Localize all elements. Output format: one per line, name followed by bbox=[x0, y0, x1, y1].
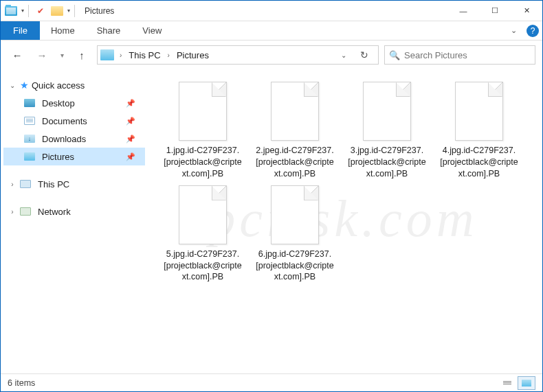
sidebar-item-label: Documents bbox=[42, 116, 87, 126]
file-name: 3.jpg.id-C279F237.[projectblack@criptext… bbox=[347, 145, 427, 180]
forward-icon: → bbox=[37, 49, 47, 61]
sidebar-item-quick-access[interactable]: ⌄ ★ Quick access bbox=[3, 76, 145, 94]
minimize-icon: — bbox=[460, 7, 467, 15]
sidebar-item-pictures[interactable]: Pictures 📌 bbox=[3, 148, 145, 165]
expand-icon[interactable]: › bbox=[8, 208, 17, 216]
file-list[interactable]: pcrisk.com 1.jpg.id-C279F237.[projectbla… bbox=[145, 69, 542, 373]
chevron-down-icon: ▾ bbox=[60, 51, 64, 59]
file-icon bbox=[271, 82, 319, 141]
details-view-icon bbox=[503, 381, 511, 384]
file-name: 5.jpg.id-C279F237.[projectblack@criptext… bbox=[163, 249, 243, 284]
app-menu-dropdown[interactable]: ▾ bbox=[20, 8, 24, 14]
pictures-folder-icon bbox=[5, 6, 17, 16]
search-icon: 🔍 bbox=[389, 50, 400, 60]
maximize-button[interactable]: ☐ bbox=[479, 1, 511, 21]
separator bbox=[74, 5, 75, 17]
up-icon: ↑ bbox=[79, 49, 85, 61]
file-item[interactable]: 1.jpg.id-C279F237.[projectblack@criptext… bbox=[163, 82, 243, 180]
close-button[interactable]: ✕ bbox=[511, 1, 542, 21]
back-icon: ← bbox=[12, 49, 23, 61]
file-item[interactable]: 4.jpg.id-C279F237.[projectblack@criptext… bbox=[439, 82, 519, 180]
sidebar-item-network[interactable]: › Network bbox=[3, 203, 145, 220]
quick-access-toolbar: ▾ ✔ ▾ bbox=[1, 3, 80, 19]
forward-button[interactable]: → bbox=[32, 45, 52, 65]
breadcrumb-chevron-icon[interactable]: › bbox=[117, 51, 124, 59]
tab-label: View bbox=[142, 25, 162, 36]
tab-share[interactable]: Share bbox=[86, 21, 132, 40]
history-dropdown[interactable]: ▾ bbox=[57, 45, 67, 65]
back-button[interactable]: ← bbox=[8, 45, 27, 65]
item-count: 6 items bbox=[8, 378, 35, 388]
file-item[interactable]: 5.jpg.id-C279F237.[projectblack@criptext… bbox=[163, 185, 243, 284]
sidebar-item-label: Pictures bbox=[42, 152, 74, 162]
file-item[interactable]: 6.jpg.id-C279F237.[projectblack@criptext… bbox=[255, 185, 335, 284]
pin-icon: 📌 bbox=[126, 99, 135, 108]
help-icon: ? bbox=[527, 25, 539, 37]
refresh-icon: ↻ bbox=[360, 49, 368, 60]
sidebar-item-desktop[interactable]: Desktop 📌 bbox=[3, 94, 145, 112]
documents-icon bbox=[24, 117, 35, 125]
sidebar-item-label: This PC bbox=[38, 179, 69, 189]
up-button[interactable]: ↑ bbox=[72, 45, 91, 65]
sidebar-item-downloads[interactable]: Downloads 📌 bbox=[3, 130, 145, 148]
expand-icon[interactable]: ⌄ bbox=[8, 82, 17, 89]
app-icon[interactable] bbox=[3, 3, 19, 19]
watermark: pcrisk.com bbox=[209, 189, 478, 249]
file-item[interactable]: 2.jpeg.id-C279F237.[projectblack@criptex… bbox=[255, 82, 335, 180]
file-item[interactable]: 3.jpg.id-C279F237.[projectblack@criptext… bbox=[347, 82, 427, 180]
location-icon bbox=[100, 49, 114, 60]
sidebar-item-this-pc[interactable]: › This PC bbox=[3, 175, 145, 193]
refresh-button[interactable]: ↻ bbox=[353, 45, 375, 65]
details-view-button[interactable] bbox=[498, 376, 516, 390]
address-dropdown[interactable]: ⌄ bbox=[337, 51, 351, 59]
tab-view[interactable]: View bbox=[131, 21, 173, 40]
minimize-button[interactable]: — bbox=[447, 1, 479, 21]
breadcrumb-segment[interactable]: Pictures bbox=[175, 50, 210, 60]
pictures-icon bbox=[24, 152, 35, 161]
file-icon bbox=[363, 82, 411, 141]
search-input[interactable] bbox=[404, 50, 531, 60]
title-bar: ▾ ✔ ▾ Pictures — ☐ ✕ bbox=[1, 1, 542, 21]
file-name: 6.jpg.id-C279F237.[projectblack@criptext… bbox=[255, 249, 335, 284]
tab-home[interactable]: Home bbox=[40, 21, 86, 40]
sidebar-item-label: Downloads bbox=[42, 134, 86, 144]
window-title: Pictures bbox=[80, 6, 114, 16]
network-icon bbox=[20, 207, 31, 216]
ribbon-expand-button[interactable]: ⌄ bbox=[504, 21, 523, 40]
file-name: 2.jpeg.id-C279F237.[projectblack@criptex… bbox=[255, 145, 335, 180]
thumbnails-view-button[interactable] bbox=[518, 376, 535, 390]
check-icon: ✔ bbox=[37, 6, 44, 16]
file-name: 4.jpg.id-C279F237.[projectblack@criptext… bbox=[439, 145, 519, 180]
pin-icon: 📌 bbox=[126, 152, 135, 161]
file-icon bbox=[179, 185, 227, 244]
expand-icon[interactable]: › bbox=[8, 181, 17, 188]
qat-newfolder-button[interactable] bbox=[49, 3, 65, 19]
breadcrumb-chevron-icon[interactable]: › bbox=[165, 51, 173, 59]
address-bar[interactable]: › This PC › Pictures ⌄ ↻ bbox=[97, 45, 379, 65]
file-icon bbox=[455, 82, 503, 141]
thumbnails-view-icon bbox=[522, 380, 531, 387]
qat-properties-button[interactable]: ✔ bbox=[33, 3, 48, 19]
file-name: 1.jpg.id-C279F237.[projectblack@criptext… bbox=[163, 145, 243, 180]
folder-icon bbox=[51, 6, 63, 16]
breadcrumb-segment[interactable]: This PC bbox=[127, 50, 162, 60]
downloads-icon bbox=[24, 135, 35, 143]
navigation-pane: ⌄ ★ Quick access Desktop 📌 Documents 📌 D… bbox=[1, 69, 145, 373]
file-icon bbox=[271, 185, 319, 244]
search-box[interactable]: 🔍 bbox=[384, 45, 535, 65]
navigation-row: ← → ▾ ↑ › This PC › Pictures ⌄ ↻ 🔍 bbox=[1, 41, 542, 69]
tab-label: Home bbox=[51, 25, 75, 36]
star-icon: ★ bbox=[20, 80, 29, 91]
separator bbox=[28, 5, 29, 17]
status-bar: 6 items bbox=[1, 373, 542, 391]
file-tab[interactable]: File bbox=[1, 21, 40, 40]
qat-dropdown[interactable]: ▾ bbox=[66, 8, 70, 14]
tab-label: Share bbox=[97, 25, 121, 36]
maximize-icon: ☐ bbox=[491, 6, 498, 15]
close-icon: ✕ bbox=[524, 6, 530, 15]
chevron-down-icon: ⌄ bbox=[511, 26, 517, 35]
file-tab-label: File bbox=[13, 25, 27, 36]
sidebar-item-documents[interactable]: Documents 📌 bbox=[3, 112, 145, 130]
help-button[interactable]: ? bbox=[523, 21, 542, 40]
pc-icon bbox=[20, 180, 31, 188]
